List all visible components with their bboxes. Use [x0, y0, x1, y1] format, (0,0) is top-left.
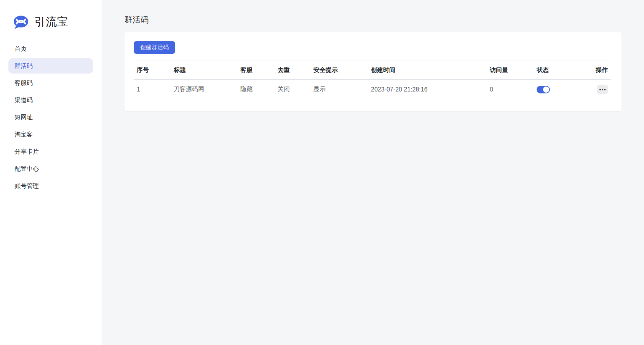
row-actions-button[interactable]: [597, 85, 608, 94]
cell-dedupe: 关闭: [275, 80, 310, 99]
cell-created: 2023-07-20 21:28:16: [368, 80, 487, 99]
column-header-visits: 访问量: [487, 61, 534, 80]
sidebar-item-share-card[interactable]: 分享卡片: [8, 144, 93, 159]
toggle-knob: [543, 87, 549, 93]
ellipsis-icon: [599, 89, 601, 90]
sidebar-item-group-code[interactable]: 群活码: [8, 58, 93, 74]
sidebar: 引流宝 首页 群活码 客服码 渠道码 短网址 淘宝客 分享卡片 配置中心 账号管…: [0, 0, 102, 345]
cell-safety: 显示: [310, 80, 368, 99]
cell-title: 刀客源码网: [171, 80, 237, 99]
column-header-title: 标题: [171, 61, 237, 80]
column-header-safety: 安全提示: [310, 61, 368, 80]
group-code-table: 序号 标题 客服 去重 安全提示 创建时间 访问量 状态 操作 1 刀客源码网: [134, 61, 611, 99]
app-window: 引流宝 首页 群活码 客服码 渠道码 短网址 淘宝客 分享卡片 配置中心 账号管…: [0, 0, 644, 345]
sidebar-item-taobaoke[interactable]: 淘宝客: [8, 127, 93, 142]
sidebar-item-account-manage[interactable]: 账号管理: [8, 178, 93, 194]
content-card: 创建群活码 序号 标题 客服 去重 安全提示 创建时间 访问量: [125, 32, 622, 111]
create-group-code-button[interactable]: 创建群活码: [134, 41, 175, 54]
cell-service: 隐藏: [237, 80, 275, 99]
column-header-service: 客服: [237, 61, 275, 80]
column-header-created: 创建时间: [368, 61, 487, 80]
column-header-status: 状态: [534, 61, 590, 80]
cell-status: [534, 80, 590, 99]
table-row: 1 刀客源码网 隐藏 关闭 显示 2023-07-20 21:28:16 0: [134, 80, 611, 99]
brand-name: 引流宝: [34, 14, 69, 30]
column-header-dedupe: 去重: [275, 61, 310, 80]
cell-index: 1: [134, 80, 171, 99]
sidebar-item-short-url[interactable]: 短网址: [8, 110, 93, 125]
status-toggle[interactable]: [537, 86, 550, 93]
page-title: 群活码: [125, 14, 622, 25]
main-content: 群活码 创建群活码 序号 标题 客服 去重 安全提示 创建时间: [102, 0, 644, 345]
sidebar-item-channel-code[interactable]: 渠道码: [8, 93, 93, 108]
column-header-index: 序号: [134, 61, 171, 80]
sidebar-item-config-center[interactable]: 配置中心: [8, 161, 93, 177]
cell-actions: [590, 80, 611, 99]
sidebar-item-service-code[interactable]: 客服码: [8, 75, 93, 91]
sidebar-menu: 首页 群活码 客服码 渠道码 短网址 淘宝客 分享卡片 配置中心 账号管理: [0, 41, 102, 194]
brand: 引流宝: [0, 0, 102, 30]
cell-visits: 0: [487, 80, 534, 99]
sidebar-item-home[interactable]: 首页: [8, 41, 93, 56]
column-header-actions: 操作: [590, 61, 611, 80]
table-header-row: 序号 标题 客服 去重 安全提示 创建时间 访问量 状态 操作: [134, 61, 611, 80]
chat-bubble-dna-icon: [13, 15, 29, 29]
